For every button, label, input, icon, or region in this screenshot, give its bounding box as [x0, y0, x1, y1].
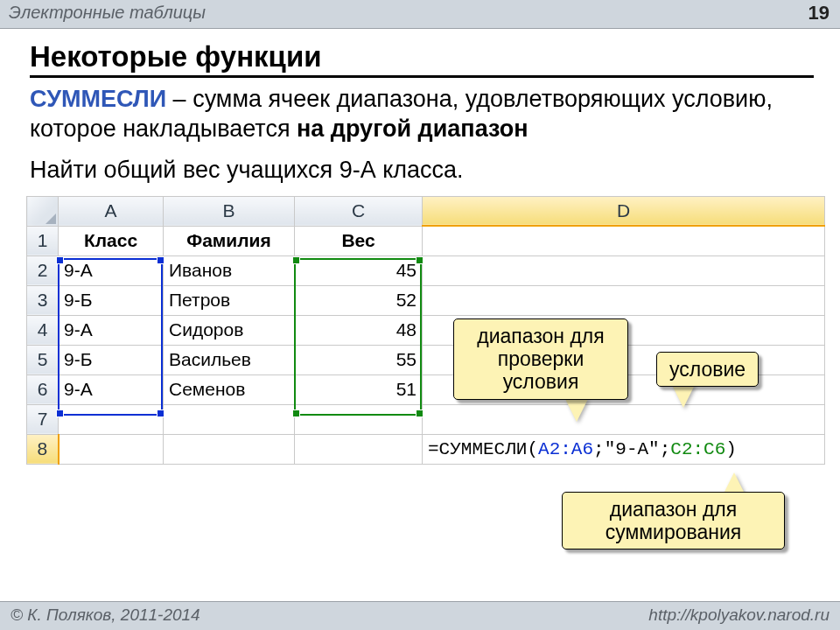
row-4: 4 9-А Сидоров 48 [27, 315, 825, 345]
cell-B7[interactable] [164, 404, 295, 434]
callout-range-check-pointer [565, 399, 588, 422]
fx-arg3: C2:C6 [670, 439, 725, 459]
fx-func: СУММЕСЛИ [439, 439, 528, 459]
cell-C3[interactable]: 52 [295, 285, 423, 315]
cell-B3[interactable]: Петров [164, 285, 295, 315]
cell-B4[interactable]: Сидоров [164, 315, 295, 345]
task-line: Найти общий вес учащихся 9-А класса. [30, 157, 814, 184]
cell-C7[interactable] [295, 404, 423, 434]
callout-criterion: условие [656, 352, 759, 387]
fx-open: ( [527, 439, 538, 459]
func-name: СУММЕСЛИ [30, 86, 166, 112]
text-bold-tail: на другой диапазон [297, 116, 528, 142]
cell-C6[interactable]: 51 [295, 374, 423, 404]
cell-A1[interactable]: Класс [59, 226, 164, 256]
cell-D1[interactable] [423, 226, 825, 256]
header-title: Электронные таблицы [9, 3, 206, 23]
row-1: 1 Класс Фамилия Вес [27, 226, 825, 256]
row-3: 3 9-Б Петров 52 [27, 285, 825, 315]
callout-range-check-l2: проверки [466, 347, 615, 370]
callout-range-check: диапазон для проверки условия [453, 318, 628, 400]
cell-D3[interactable] [423, 285, 825, 315]
callout-sum-range-l1: диапазон для [575, 498, 772, 521]
sheet-grid: A B C D 1 Класс Фамилия Вес 2 9-А Иванов… [26, 196, 825, 465]
cell-A6[interactable]: 9-А [59, 374, 164, 404]
rowhdr-4[interactable]: 4 [27, 315, 59, 345]
rowhdr-1[interactable]: 1 [27, 226, 59, 256]
cell-B8[interactable] [164, 434, 295, 464]
fx-arg1: A2:A6 [538, 439, 593, 459]
cell-A3[interactable]: 9-Б [59, 285, 164, 315]
cell-C8[interactable] [295, 434, 423, 464]
cell-A8[interactable] [59, 434, 164, 464]
fx-sep2: ; [660, 439, 671, 459]
footer-strip: © К. Поляков, 2011-2014 http://kpolyakov… [0, 601, 840, 630]
callout-sum-range: диапазон для суммирования [562, 492, 785, 550]
callout-criterion-text: условие [669, 358, 746, 381]
page-number: 19 [808, 2, 830, 24]
col-header-row: A B C D [27, 196, 825, 226]
select-all-corner[interactable] [27, 196, 59, 226]
fx-sep1: ; [593, 439, 605, 459]
rowhdr-6[interactable]: 6 [27, 374, 59, 404]
footer-left: © К. Поляков, 2011-2014 [10, 606, 200, 625]
fx-eq: = [428, 439, 439, 459]
cell-A2[interactable]: 9-А [59, 256, 164, 285]
row-2: 2 9-А Иванов 45 [27, 256, 825, 285]
text-dash: – [166, 86, 192, 112]
header-strip: Электронные таблицы 19 [0, 0, 840, 29]
cell-B6[interactable]: Семенов [164, 374, 295, 404]
rowhdr-7[interactable]: 7 [27, 404, 59, 434]
spreadsheet: A B C D 1 Класс Фамилия Вес 2 9-А Иванов… [26, 196, 824, 494]
rowhdr-5[interactable]: 5 [27, 345, 59, 374]
slide-title: Некоторые функции [30, 40, 814, 78]
cell-D8[interactable]: =СУММЕСЛИ(A2:A6;"9-А";C2:C6) [423, 434, 825, 464]
cell-C5[interactable]: 55 [295, 345, 423, 374]
callout-criterion-pointer [672, 385, 695, 408]
row-7: 7 [27, 404, 825, 434]
cell-C2[interactable]: 45 [295, 256, 423, 285]
fx-arg2: "9-А" [605, 439, 660, 459]
cell-B1[interactable]: Фамилия [164, 226, 295, 256]
col-C[interactable]: C [295, 196, 423, 226]
cell-B5[interactable]: Васильев [164, 345, 295, 374]
cell-A7[interactable] [59, 404, 164, 434]
row-8: 8 =СУММЕСЛИ(A2:A6;"9-А";C2:C6) [27, 434, 825, 464]
callout-range-check-l3: условия [466, 370, 615, 393]
cell-C4[interactable]: 48 [295, 315, 423, 345]
col-A[interactable]: A [59, 196, 164, 226]
cell-D2[interactable] [423, 256, 825, 285]
footer-right: http://kpolyakov.narod.ru [648, 606, 830, 625]
cell-A5[interactable]: 9-Б [59, 345, 164, 374]
cell-D7[interactable] [423, 404, 825, 434]
cell-B2[interactable]: Иванов [164, 256, 295, 285]
rowhdr-3[interactable]: 3 [27, 285, 59, 315]
fx-close: ) [725, 439, 737, 459]
col-D[interactable]: D [423, 196, 825, 226]
cell-A4[interactable]: 9-А [59, 315, 164, 345]
cell-C1[interactable]: Вес [295, 226, 423, 256]
slide-body: Некоторые функции СУММЕСЛИ – сумма ячеек… [0, 28, 840, 602]
paragraph: СУММЕСЛИ – сумма ячеек диапазона, удовле… [30, 85, 814, 144]
rowhdr-2[interactable]: 2 [27, 256, 59, 285]
col-B[interactable]: B [164, 196, 295, 226]
callout-sum-range-l2: суммирования [575, 521, 772, 543]
callout-range-check-l1: диапазон для [466, 325, 615, 347]
rowhdr-8[interactable]: 8 [27, 434, 59, 464]
